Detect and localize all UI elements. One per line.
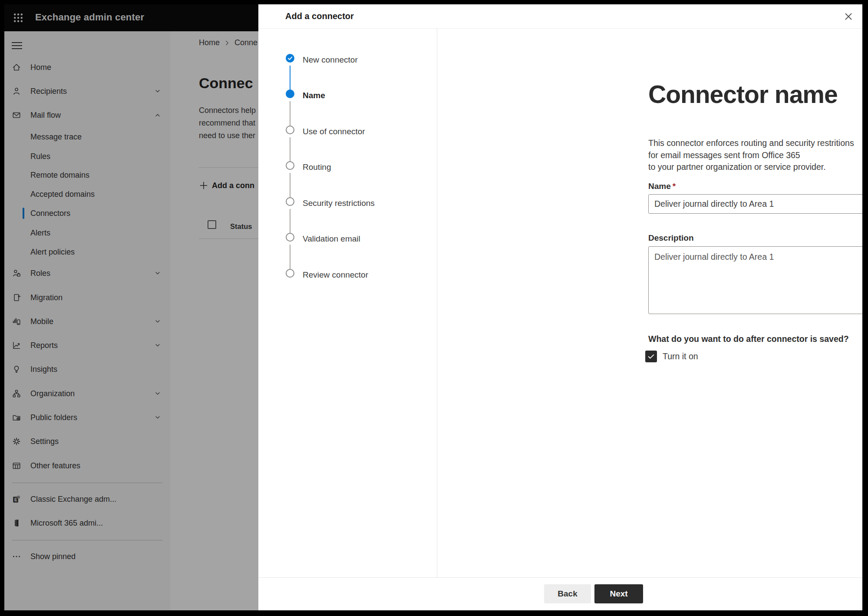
window-frame: Exchange admin center Home Recipients Ma… (4, 4, 862, 610)
step-content: Connector name This connector enforces r… (438, 29, 862, 577)
required-marker: * (673, 182, 676, 191)
name-field-label: Name* (648, 182, 676, 191)
dialog-title: Add a connector (285, 11, 354, 21)
step-connector-line (290, 209, 290, 233)
step-upcoming-icon (286, 126, 294, 134)
step-upcoming-icon (286, 269, 294, 278)
add-connector-dialog: Add a connector New connector Name Use o… (258, 4, 862, 610)
checkbox-label: Turn it on (663, 351, 698, 361)
back-button[interactable]: Back (544, 584, 591, 603)
step-upcoming-icon (286, 233, 294, 242)
step-connector-line (290, 173, 290, 197)
step-connector-line (290, 245, 290, 269)
turn-it-on-checkbox-row[interactable]: Turn it on (645, 350, 698, 362)
checkbox-checked-icon[interactable] (645, 351, 657, 362)
dialog-header: Add a connector (258, 4, 862, 29)
description-textarea[interactable]: Deliver journal directly to Area 1 (648, 246, 862, 314)
step-connector-line (290, 66, 290, 90)
after-save-question: What do you want to do after connector i… (648, 334, 849, 344)
dialog-body: New connector Name Use of connector Rout… (258, 29, 862, 577)
name-input[interactable] (648, 194, 862, 214)
step-connector-line (290, 101, 290, 126)
step-upcoming-icon (286, 161, 294, 170)
next-button[interactable]: Next (594, 584, 643, 603)
step-upcoming-icon (286, 197, 294, 206)
dialog-footer: Back Next (258, 577, 862, 610)
description-field-label: Description (648, 233, 694, 243)
step-connector-line (290, 137, 290, 161)
step-current-icon (286, 89, 294, 98)
step-completed-icon (286, 54, 294, 63)
step-description: This connector enforces routing and secu… (648, 137, 862, 173)
close-icon[interactable] (843, 11, 854, 22)
step-title: Connector name (648, 80, 838, 109)
wizard-steps-panel: New connector Name Use of connector Rout… (258, 29, 437, 577)
